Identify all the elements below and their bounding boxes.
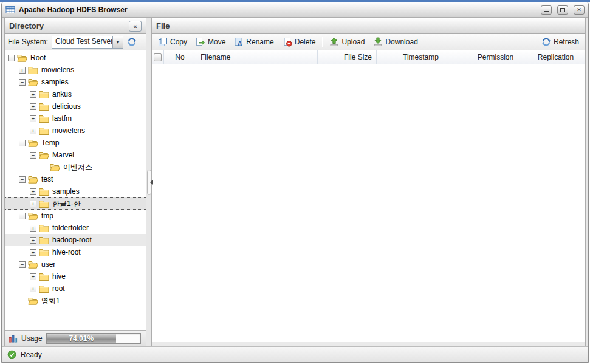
directory-panel-title: Directory bbox=[9, 21, 44, 30]
header-select-all-cell[interactable] bbox=[152, 50, 164, 64]
toolbar-separator bbox=[322, 37, 323, 47]
maximize-button[interactable] bbox=[557, 5, 568, 15]
minimize-button[interactable] bbox=[541, 5, 552, 15]
main-area: Directory « File System: Cloud Test Serv… bbox=[2, 18, 588, 346]
tree-connector bbox=[19, 298, 26, 304]
tree-indent-guide bbox=[8, 64, 19, 76]
panel-splitter[interactable] bbox=[146, 18, 151, 346]
toolbar-button-label: Delete bbox=[295, 38, 316, 46]
delete-button[interactable]: Delete bbox=[279, 36, 320, 48]
tree-indent-guide bbox=[8, 246, 19, 258]
tree-indent-guide bbox=[19, 234, 30, 246]
tree-node[interactable]: +delicious bbox=[5, 100, 146, 112]
splitter-collapse-handle-icon[interactable] bbox=[147, 170, 151, 195]
upload-button[interactable]: Upload bbox=[326, 36, 368, 48]
tree-indent-guide bbox=[8, 125, 19, 137]
tree-indent-guide bbox=[19, 100, 30, 112]
rename-icon: A bbox=[234, 37, 244, 47]
tree-indent-guide bbox=[8, 149, 19, 161]
expand-plus-icon[interactable]: + bbox=[30, 237, 36, 244]
download-button[interactable]: Download bbox=[369, 36, 421, 48]
tree-node[interactable]: −test bbox=[5, 173, 146, 185]
select-all-checkbox[interactable] bbox=[154, 53, 162, 61]
collapse-minus-icon[interactable]: − bbox=[19, 79, 26, 86]
folder-closed-icon bbox=[39, 199, 49, 208]
expand-plus-icon[interactable]: + bbox=[30, 103, 36, 110]
file-grid-header: NoFilenameFile SizeTimestampPermissionRe… bbox=[152, 50, 585, 64]
tree-indent-guide bbox=[19, 283, 30, 295]
tree-node[interactable]: +hive-root bbox=[5, 246, 146, 258]
tree-node[interactable]: −Temp bbox=[5, 137, 146, 149]
tree-node[interactable]: +movielens bbox=[5, 125, 146, 137]
expand-plus-icon[interactable]: + bbox=[30, 128, 36, 134]
folder-closed-icon bbox=[39, 284, 49, 293]
titlebar[interactable]: Apache Hadoop HDFS Browser ✕ bbox=[2, 2, 588, 18]
move-button[interactable]: Move bbox=[192, 36, 229, 48]
tree-indent-guide bbox=[8, 76, 19, 88]
tree-indent-guide bbox=[8, 185, 19, 197]
expand-plus-icon[interactable]: + bbox=[30, 188, 36, 195]
file-system-select[interactable]: Cloud Test Server ▼ bbox=[52, 36, 123, 49]
tree-node[interactable]: +samples bbox=[5, 185, 146, 197]
expand-plus-icon[interactable]: + bbox=[30, 249, 36, 256]
tree-node[interactable]: −Root bbox=[5, 52, 146, 64]
close-button[interactable]: ✕ bbox=[574, 5, 585, 15]
delete-icon bbox=[283, 37, 292, 47]
column-header-filename[interactable]: Filename bbox=[196, 50, 318, 64]
tree-node[interactable]: −user bbox=[5, 258, 146, 270]
tree-node[interactable]: +movielens bbox=[5, 64, 146, 76]
collapse-minus-icon[interactable]: − bbox=[30, 152, 36, 159]
tree-node[interactable]: −samples bbox=[5, 76, 146, 88]
expand-plus-icon[interactable]: + bbox=[19, 67, 26, 74]
bar-chart-icon bbox=[9, 334, 18, 343]
tree-node-label: movielens bbox=[52, 126, 89, 135]
expand-plus-icon[interactable]: + bbox=[30, 201, 36, 207]
minimize-icon bbox=[544, 11, 549, 12]
column-header-timestamp[interactable]: Timestamp bbox=[377, 50, 465, 64]
refresh-filesystem-button[interactable] bbox=[127, 37, 137, 47]
tree-node[interactable]: −Marvel bbox=[5, 149, 146, 161]
collapse-minus-icon[interactable]: − bbox=[8, 55, 15, 61]
toolbar-button-label: Download bbox=[385, 38, 417, 46]
copy-button[interactable]: Copy bbox=[154, 36, 191, 48]
collapse-minus-icon[interactable]: − bbox=[19, 176, 26, 183]
folder-closed-icon bbox=[39, 248, 49, 256]
expand-plus-icon[interactable]: + bbox=[30, 273, 36, 280]
tree-node[interactable]: +ankus bbox=[5, 88, 146, 100]
collapse-minus-icon[interactable]: − bbox=[19, 140, 26, 146]
usage-bar: Usage 74.01% bbox=[5, 330, 146, 346]
tree-node[interactable]: 어벤져스 bbox=[5, 161, 146, 173]
expand-plus-icon[interactable]: + bbox=[30, 225, 36, 232]
tree-node[interactable]: +hadoop-root bbox=[5, 234, 146, 246]
svg-text:A: A bbox=[238, 40, 242, 47]
toolbar-button-label: Copy bbox=[170, 38, 187, 46]
tree-node[interactable]: +한글1-한 bbox=[5, 197, 146, 210]
expand-plus-icon[interactable]: + bbox=[30, 115, 36, 122]
collapse-minus-icon[interactable]: − bbox=[19, 213, 26, 219]
collapse-minus-icon[interactable]: − bbox=[19, 261, 26, 268]
refresh-button[interactable]: Refresh bbox=[538, 36, 583, 48]
chevron-down-icon[interactable]: ▼ bbox=[112, 36, 123, 48]
column-header-no[interactable]: No bbox=[164, 50, 196, 64]
file-grid-body[interactable] bbox=[152, 64, 585, 342]
tree-node-label: movielens bbox=[41, 66, 78, 74]
tree-node-label: hive-root bbox=[52, 248, 84, 256]
tree-node[interactable]: 영화1 bbox=[5, 295, 146, 307]
column-header-permission[interactable]: Permission bbox=[465, 50, 526, 64]
tree-node[interactable]: +root bbox=[5, 283, 146, 295]
tree-node[interactable]: +lastfm bbox=[5, 112, 146, 125]
expand-plus-icon[interactable]: + bbox=[30, 286, 36, 292]
expand-plus-icon[interactable]: + bbox=[30, 91, 36, 98]
column-header-replication[interactable]: Replication bbox=[526, 50, 585, 64]
rename-button[interactable]: ARename bbox=[230, 36, 277, 48]
collapse-panel-button[interactable]: « bbox=[129, 21, 142, 32]
tree-node-label: samples bbox=[52, 187, 83, 196]
tree-node[interactable]: +folderfolder bbox=[5, 222, 146, 234]
tree-node-label: root bbox=[52, 284, 69, 293]
tree-indent-guide bbox=[8, 88, 19, 100]
tree-node[interactable]: +hive bbox=[5, 270, 146, 283]
tree-indent-guide bbox=[19, 270, 30, 283]
column-header-file-size[interactable]: File Size bbox=[318, 50, 377, 64]
tree-node-label: 한글1-한 bbox=[52, 199, 84, 209]
tree-node[interactable]: −tmp bbox=[5, 210, 146, 222]
